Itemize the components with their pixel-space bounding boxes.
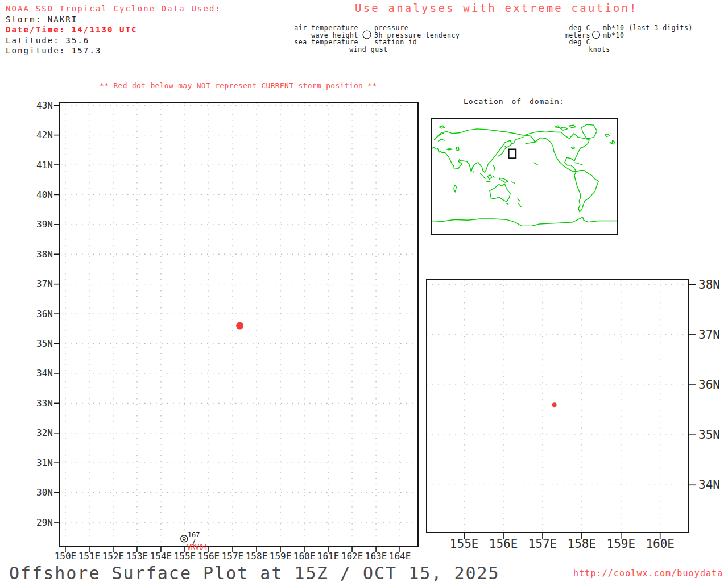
x-tick-label: 161E [317,551,340,562]
y-tick-label: 38N [698,278,720,292]
x-tick-label: 157E [222,551,244,562]
y-tick-label: 37N [698,328,720,342]
x-tick-label: 159E [606,537,635,551]
y-tick-label: 37N [36,278,53,289]
x-tick-label: 156E [198,551,220,562]
x-tick-label: 158E [246,551,268,562]
plot-frame [427,280,689,533]
y-tick-label: 43N [36,100,53,111]
y-tick-label: 33N [36,398,53,409]
plots-graphics: 150E151E152E153E154E155E156E157E158E159E… [0,0,728,582]
x-tick-label: 159E [270,551,292,562]
y-tick-label: 32N [36,427,53,438]
y-tick-label: 39N [36,219,53,230]
x-tick-label: 151E [78,551,101,562]
x-tick-label: 156E [489,537,518,551]
x-tick-label: 152E [102,551,125,562]
plot-1: 155E156E157E158E159E160E38N37N36N35N34N [427,278,720,551]
y-tick-label: 36N [698,378,720,392]
buoy-plot-page: NOAA SSD Tropical Cyclone Data Used: Sto… [0,0,728,582]
x-tick-label: 160E [293,551,316,562]
station-id: VRVO4 [187,543,208,551]
y-tick-label: 31N [36,458,53,468]
x-tick-label: 150E [55,551,77,562]
units-circle-icon [593,31,600,39]
storm-dot [552,402,557,407]
x-tick-label: 155E [174,551,196,562]
y-tick-label: 40N [36,189,53,200]
plot-0: 150E151E152E153E154E155E156E157E158E159E… [36,100,418,562]
x-tick-label: 163E [365,551,387,562]
station-circle-inner-icon [183,538,185,541]
y-tick-label: 38N [36,249,53,260]
y-tick-label: 36N [36,309,53,319]
y-tick-label: 35N [36,338,53,349]
x-tick-label: 157E [528,537,557,551]
x-tick-label: 153E [126,551,148,562]
y-tick-label: 30N [36,487,53,498]
plot-title: Offshore Surface Plot at 15Z / OCT 15, 2… [9,563,500,582]
world-map [431,119,617,235]
y-tick-label: 29N [36,517,53,528]
x-tick-label: 160E [646,537,675,551]
storm-dot [236,322,243,330]
x-tick-label: 154E [150,551,172,562]
world-map-frame [431,119,617,235]
station-circle-icon [181,535,188,542]
x-tick-label: 155E [450,537,479,551]
y-tick-label: 34N [36,368,53,379]
y-tick-label: 35N [698,428,720,442]
x-tick-label: 164E [389,551,411,562]
x-tick-label: 158E [568,537,597,551]
station-model-circle-icon [363,31,371,39]
x-tick-label: 162E [341,551,363,562]
y-tick-label: 41N [36,160,53,171]
source-url: http://coolwx.com/buoydata [573,568,723,579]
y-tick-label: 34N [698,478,720,492]
y-tick-label: 42N [36,130,53,140]
